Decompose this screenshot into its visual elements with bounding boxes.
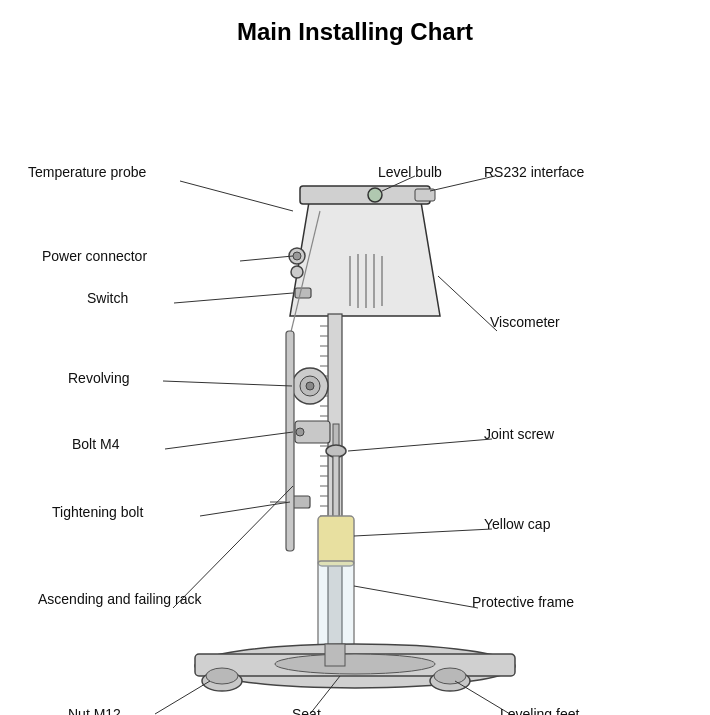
svg-line-63 (163, 381, 292, 386)
svg-rect-49 (286, 331, 294, 551)
svg-rect-57 (325, 644, 345, 666)
label-bolt-m4: Bolt M4 (72, 436, 119, 452)
svg-line-65 (165, 432, 293, 449)
label-viscometer: Viscometer (490, 314, 560, 330)
svg-line-62 (174, 293, 293, 303)
svg-rect-47 (318, 561, 354, 651)
label-nut-m12: Nut M12 (68, 706, 121, 715)
svg-point-40 (296, 428, 304, 436)
svg-point-38 (306, 382, 314, 390)
label-leveling-feet: Leveling feet (500, 706, 579, 715)
svg-point-44 (326, 445, 346, 457)
svg-marker-0 (290, 196, 440, 316)
svg-point-7 (368, 188, 382, 202)
diagram-container: Temperature probe Level bulb RS232 inter… (0, 56, 710, 715)
svg-line-58 (180, 181, 293, 211)
svg-point-56 (434, 668, 466, 684)
svg-line-64 (438, 276, 497, 331)
label-ascending-failing-rack: Ascending and failing rack (38, 590, 201, 610)
label-temperature-probe: Temperature probe (28, 164, 146, 180)
svg-line-66 (348, 439, 492, 451)
label-revolving: Revolving (68, 370, 129, 386)
svg-point-11 (291, 266, 303, 278)
label-protective-frame: Protective frame (472, 594, 574, 610)
svg-rect-12 (295, 288, 311, 298)
svg-rect-6 (300, 186, 430, 204)
svg-rect-46 (318, 516, 354, 566)
svg-line-71 (155, 681, 210, 714)
svg-point-10 (293, 252, 301, 260)
svg-line-61 (240, 256, 293, 261)
label-seat: Seat (292, 706, 321, 715)
svg-line-67 (200, 502, 290, 516)
svg-point-52 (275, 654, 435, 674)
label-power-connector: Power connector (42, 248, 147, 264)
label-tightening-bolt: Tightening bolt (52, 504, 143, 520)
label-yellow-cap: Yellow cap (484, 516, 550, 532)
label-level-bulb: Level bulb (378, 164, 442, 180)
svg-point-54 (206, 668, 238, 684)
page-title: Main Installing Chart (0, 0, 710, 56)
svg-line-68 (354, 529, 492, 536)
svg-line-70 (354, 586, 478, 608)
label-switch: Switch (87, 290, 128, 306)
label-joint-screw: Joint screw (484, 426, 554, 442)
label-rs232-interface: RS232 interface (484, 164, 584, 180)
